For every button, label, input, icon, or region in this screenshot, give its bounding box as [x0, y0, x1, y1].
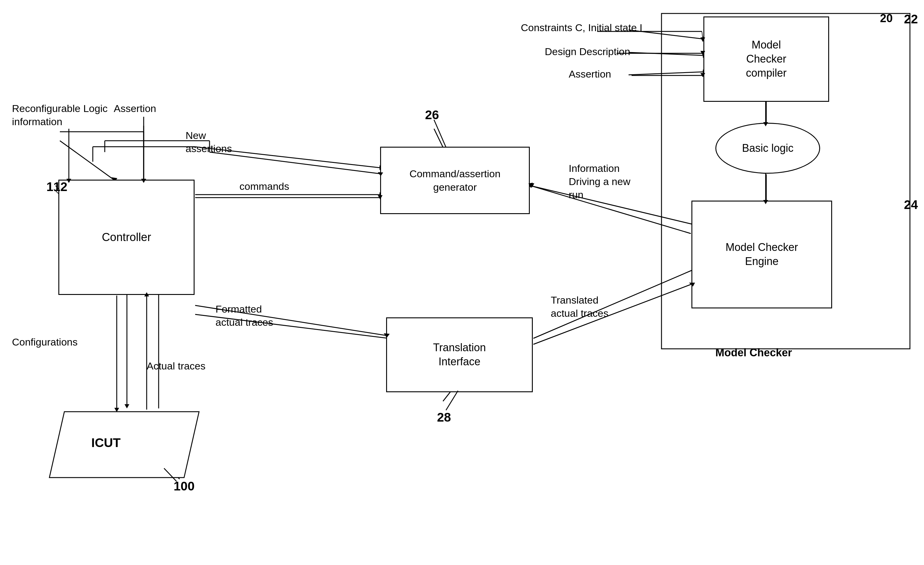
diagram: Model Checker 20 22 24 ModelCheckercompi…: [0, 0, 924, 565]
svg-line-58: [210, 152, 380, 174]
design-description-label: Design Description: [545, 45, 630, 58]
model-checker-compiler-box: ModelCheckercompiler: [704, 17, 829, 102]
svg-line-40: [702, 32, 703, 39]
number-26: 26: [425, 108, 439, 122]
formatted-actual-traces-label: Formattedactual traces: [216, 302, 273, 329]
svg-marker-26: [124, 404, 129, 409]
svg-line-72: [434, 120, 446, 147]
configurations-label: Configurations: [12, 335, 78, 349]
constraints-label: Constraints C, Initial state I: [521, 21, 642, 34]
model-checker-engine-box: Model CheckerEngine: [692, 201, 832, 308]
icut-svg: [46, 409, 202, 481]
assertion-top-label: Assertion: [569, 68, 611, 81]
number-22: 22: [904, 12, 918, 26]
commands-label: commands: [240, 180, 289, 193]
model-checker-outer-label: Model Checker: [716, 346, 792, 360]
icut-label: ICUT: [91, 436, 121, 450]
controller-box: Controller: [58, 180, 195, 295]
svg-line-5: [628, 72, 703, 75]
svg-line-13: [60, 141, 114, 180]
number-20: 20: [880, 12, 892, 25]
translated-actual-traces-label: Translatedactual traces: [551, 293, 609, 320]
number-100: 100: [174, 479, 195, 493]
model-checker-engine-label: Model CheckerEngine: [726, 240, 798, 269]
svg-line-73: [446, 391, 458, 410]
number-28: 28: [437, 410, 451, 425]
command-assertion-generator-box: Command/assertiongenerator: [380, 147, 530, 214]
new-assertions-label: Newassertions: [186, 129, 232, 155]
model-checker-compiler-label: ModelCheckercompiler: [746, 38, 787, 80]
command-assertion-generator-label: Command/assertiongenerator: [410, 167, 501, 194]
assertion-left-label: Assertion: [114, 102, 156, 115]
svg-line-35: [434, 129, 443, 147]
icut-shape: ICUT: [46, 409, 202, 481]
actual-traces-label: Actual traces: [147, 359, 206, 373]
basic-logic-ellipse: Basic logic: [716, 123, 820, 174]
svg-line-3: [628, 53, 703, 56]
basic-logic-label: Basic logic: [742, 142, 794, 155]
svg-marker-39: [50, 412, 199, 478]
controller-label: Controller: [102, 230, 151, 245]
translation-interface-label: TranslationInterface: [433, 341, 486, 369]
information-driving-label: InformationDriving a newrun: [569, 162, 630, 201]
number-112: 112: [46, 180, 68, 194]
reconfigurable-logic-label: Reconfigurable Logicinformation: [12, 102, 108, 128]
number-24: 24: [904, 198, 918, 212]
translation-interface-box: TranslationInterface: [386, 317, 533, 392]
